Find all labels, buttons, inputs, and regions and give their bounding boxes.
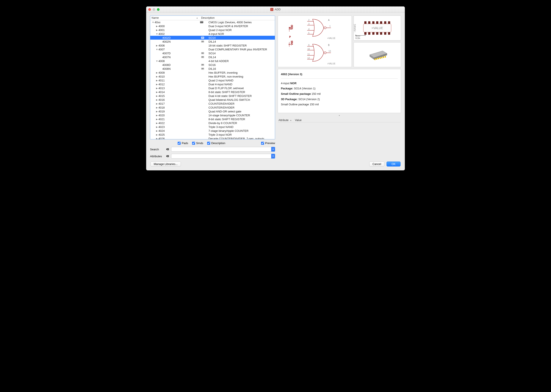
- symbol-preview-pane[interactable]: 14 VDD P 7 VSS: [278, 15, 352, 67]
- disclosure-arrow-icon[interactable]: ▶: [155, 29, 158, 31]
- 3d-preview-pane[interactable]: [354, 42, 401, 67]
- tree-row[interactable]: 4002D3DSO14: [150, 36, 275, 40]
- tree-row[interactable]: ▶4015Dual 4-bit static SHIFT REGISTER: [150, 94, 275, 98]
- disclosure-arrow-icon[interactable]: ▶: [155, 110, 158, 113]
- tree-row[interactable]: ▶4022Divide-by 8 COUNTER: [150, 121, 275, 125]
- disclosure-arrow-icon[interactable]: ▼: [155, 33, 158, 35]
- tree-item-description: 4-bit full ADDER: [205, 59, 275, 63]
- tree-row[interactable]: ▶4001Quad 2-input NOR: [150, 28, 275, 32]
- disclosure-arrow-icon[interactable]: ▶: [155, 126, 158, 128]
- disclosure-arrow-icon[interactable]: ▶: [155, 106, 158, 109]
- splitter-handle[interactable]: ●: [278, 114, 401, 117]
- tree-row[interactable]: ▶4017COUNTER/DIVIDER: [150, 102, 275, 105]
- smds-checkbox[interactable]: Smds: [192, 141, 203, 145]
- tree-row[interactable]: ▶4018COUNTER/DIVIDER: [150, 105, 275, 109]
- clear-attributes-icon[interactable]: [166, 155, 169, 158]
- tree-row[interactable]: 4002N3DDIL14: [150, 40, 275, 43]
- tree-row[interactable]: ▶4000Dual 3-input NOR & INVERTER: [150, 24, 275, 28]
- tree-row[interactable]: ▶4013Dual D FLIP FLOP, set/reset: [150, 86, 275, 90]
- pads-checkbox-input[interactable]: [178, 142, 181, 145]
- tree-row[interactable]: ▶402014-stage binary/ripple COUNTER: [150, 113, 275, 117]
- disclosure-arrow-icon[interactable]: ▶: [155, 95, 158, 97]
- tree-row[interactable]: ▼40084-bit full ADDER: [150, 59, 275, 63]
- disclosure-arrow-icon[interactable]: ▶: [155, 137, 158, 140]
- chevron-down-icon[interactable]: [271, 154, 275, 159]
- disclosure-arrow-icon[interactable]: ▶: [155, 25, 158, 27]
- disclosure-arrow-icon[interactable]: ▶: [155, 79, 158, 82]
- disclosure-arrow-icon[interactable]: ▶: [155, 118, 158, 120]
- tree-row[interactable]: 4008N3DDIL16: [150, 67, 275, 71]
- disclosure-arrow-icon[interactable]: ▶: [155, 99, 158, 101]
- attributes-input[interactable]: [171, 154, 275, 159]
- search-input[interactable]: [171, 147, 275, 152]
- col-header-desc[interactable]: Description: [201, 16, 215, 19]
- disclosure-arrow-icon[interactable]: ▶: [155, 133, 158, 136]
- preview-checkbox[interactable]: Preview: [261, 141, 275, 145]
- disclosure-arrow-icon[interactable]: ▼: [155, 60, 158, 62]
- disclosure-arrow-icon[interactable]: ▶: [155, 114, 158, 117]
- disclosure-arrow-icon[interactable]: ▼: [151, 21, 155, 23]
- tree-item-description: 8-bit static SHIFT REGISTER: [205, 118, 275, 121]
- tree-item-label: 4022: [158, 121, 165, 125]
- footprint-preview-pane[interactable]: >NAME >VALUE 5mm 0.2in: [354, 15, 401, 41]
- description-checkbox-input[interactable]: [207, 142, 210, 145]
- chevron-down-icon[interactable]: [271, 147, 275, 152]
- tree-row[interactable]: ▶4010Hex BUFFER, non-inverting: [150, 75, 275, 78]
- disclosure-arrow-icon[interactable]: ▶: [155, 44, 158, 47]
- tree-header[interactable]: Name▲ Description: [150, 16, 275, 20]
- disclosure-arrow-icon[interactable]: ▼: [155, 48, 158, 51]
- disclosure-arrow-icon[interactable]: ▶: [155, 103, 158, 105]
- tree-row[interactable]: ▶4019Quad AND-OR select gate: [150, 109, 275, 113]
- attr-col-value[interactable]: Value: [295, 119, 301, 122]
- tree-row[interactable]: ▶40247-stage binary/ripple COUNTER: [150, 129, 275, 133]
- disclosure-arrow-icon[interactable]: ▶: [155, 130, 158, 132]
- tree-row[interactable]: ▶4016Quad bilateral ANALOG SWITCH: [150, 98, 275, 102]
- tree-row[interactable]: ▶40218-bit static SHIFT REGISTER: [150, 117, 275, 121]
- svg-rect-37: [376, 58, 377, 60]
- col-header-name[interactable]: Name: [151, 16, 159, 19]
- tree-row[interactable]: ▼40xxCMOS Logic Devices, 4000 Series: [150, 20, 275, 24]
- manage-libraries-button[interactable]: Manage Libraries...: [150, 161, 181, 167]
- search-combo[interactable]: [171, 147, 275, 152]
- attribute-table[interactable]: Attribute▲ Value: [278, 118, 401, 159]
- disclosure-arrow-icon[interactable]: ▶: [155, 87, 158, 89]
- search-label: Search: [150, 148, 164, 151]
- attributes-combo[interactable]: [171, 154, 275, 159]
- tree-row[interactable]: ▶4025Triple 3-input NOR: [150, 133, 275, 137]
- disclosure-arrow-icon[interactable]: ▶: [155, 75, 158, 78]
- tree-item-label: 40xx: [155, 21, 160, 24]
- tree-row[interactable]: ▶400618-bit static SHIFT REGISTER: [150, 43, 275, 47]
- tree-row[interactable]: ▶4009Hex BUFFER, inverting: [150, 71, 275, 75]
- detail-pkg-note-rest: 150 mil: [311, 92, 321, 95]
- tree-row[interactable]: 4007N3DDIL14: [150, 55, 275, 59]
- tree-row[interactable]: ▶40148-bit static SHIFT REGISTER: [150, 90, 275, 94]
- ok-button[interactable]: OK: [386, 161, 401, 167]
- cancel-button[interactable]: Cancel: [369, 161, 384, 167]
- tree-row[interactable]: ▶4023Triple 3-input NAND: [150, 125, 275, 129]
- pads-checkbox-label: Pads: [182, 141, 188, 145]
- preview-checkbox-input[interactable]: [261, 142, 264, 145]
- disclosure-arrow-icon[interactable]: ▶: [155, 71, 158, 74]
- titlebar: ADD: [146, 7, 405, 13]
- tree-row[interactable]: ▼40024-input NOR: [150, 32, 275, 36]
- zoom-icon[interactable]: [157, 8, 159, 11]
- attr-col-attribute[interactable]: Attribute: [279, 119, 289, 122]
- svg-text:VSS: VSS: [291, 41, 293, 45]
- smds-checkbox-input[interactable]: [192, 142, 195, 145]
- pads-checkbox[interactable]: Pads: [178, 141, 188, 145]
- tree-row[interactable]: ▶4011Quad 2-input NAND: [150, 78, 275, 82]
- clear-search-icon[interactable]: [166, 148, 169, 151]
- tree-row[interactable]: ▶4012Dual 4-input NAND: [150, 82, 275, 86]
- tree-item-description: Quad AND-OR select gate: [205, 110, 275, 113]
- tree-row[interactable]: ▶4026Decade COUNTER/DIVIDER, 7-seg. outp…: [150, 137, 275, 139]
- disclosure-arrow-icon[interactable]: ▶: [155, 83, 158, 85]
- tree-row[interactable]: ▼4007Dual COMPLIMENTARY PAIR plus INVERT…: [150, 47, 275, 51]
- description-checkbox[interactable]: Description: [207, 141, 225, 145]
- tree-row[interactable]: 4008D3DSO16: [150, 63, 275, 67]
- disclosure-arrow-icon[interactable]: ▶: [155, 91, 158, 93]
- close-icon[interactable]: [148, 8, 151, 11]
- library-tree[interactable]: Name▲ Description ▼40xxCMOS Logic Device…: [150, 15, 275, 139]
- tree-row[interactable]: 4007D3DSO14: [150, 51, 275, 55]
- svg-text:12: 12: [308, 57, 310, 59]
- disclosure-arrow-icon[interactable]: ▶: [155, 122, 158, 124]
